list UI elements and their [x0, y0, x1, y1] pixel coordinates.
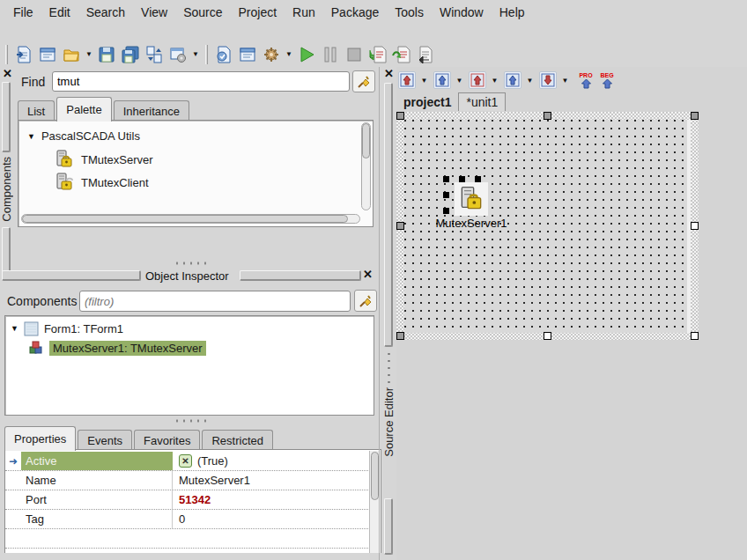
property-row-active[interactable]: ➜ Active ✕ (True) — [5, 452, 370, 471]
new-unit-icon[interactable] — [12, 43, 35, 66]
tree-row-form1[interactable]: ▼ Form1: TForm1 — [11, 320, 123, 337]
form-handle-bottom-mid[interactable] — [544, 332, 551, 340]
tab-properties[interactable]: Properties — [4, 426, 76, 451]
menu-search[interactable]: Search — [78, 2, 133, 23]
dock-splitter[interactable] — [172, 418, 211, 424]
property-row-name[interactable]: Name MutexServer1 — [5, 471, 370, 490]
source-editor-dock-close-icon[interactable]: ✕ — [384, 69, 394, 78]
components-dock-grip[interactable] — [2, 82, 11, 152]
property-name[interactable]: Port — [21, 490, 173, 509]
jump-procedure-header-icon[interactable] — [469, 71, 486, 89]
component-handle[interactable] — [443, 192, 449, 198]
palette-horizontal-scrollbar[interactable] — [21, 214, 360, 224]
menu-help[interactable]: Help — [492, 2, 533, 23]
form-handle-mid-left[interactable] — [396, 222, 404, 230]
component-handle[interactable] — [443, 208, 449, 214]
menu-view[interactable]: View — [133, 2, 175, 23]
save-icon[interactable] — [95, 43, 118, 66]
tab-palette[interactable]: Palette — [56, 97, 111, 122]
jump-down-icon[interactable] — [539, 71, 557, 89]
jump-procedure-begin-icon[interactable] — [504, 71, 521, 89]
project-label[interactable]: project1 — [398, 93, 456, 111]
run-dropdown-icon[interactable]: ▼ — [284, 43, 294, 66]
menu-project[interactable]: Project — [231, 2, 285, 23]
object-inspector-header[interactable]: Object Inspector ✕ — [0, 269, 379, 284]
property-value[interactable]: ✕ (True) — [174, 452, 370, 470]
step-over-icon[interactable] — [390, 43, 413, 66]
component-handle[interactable] — [475, 176, 481, 182]
new-form-icon[interactable] — [36, 43, 59, 66]
open-folder-icon[interactable] — [60, 43, 83, 66]
step-out-icon[interactable] — [414, 43, 437, 66]
jump-dropdown-icon[interactable]: ▼ — [558, 71, 572, 89]
checkbox-checked-icon[interactable]: ✕ — [179, 454, 192, 468]
palette-item-tmutexclient[interactable]: TMutexClient — [54, 172, 149, 193]
menu-edit[interactable]: Edit — [41, 2, 78, 23]
collapse-arrow-icon[interactable]: ▼ — [11, 324, 18, 333]
tab-unit1[interactable]: *unit1 — [458, 92, 506, 112]
jump-dropdown-icon[interactable]: ▼ — [418, 71, 431, 89]
palette-vertical-scrollbar[interactable] — [361, 122, 371, 210]
run-icon[interactable] — [295, 43, 318, 66]
property-row-tag[interactable]: Tag 0 — [5, 510, 370, 529]
components-dock-close-icon[interactable]: ✕ — [3, 69, 12, 78]
pause-icon[interactable] — [319, 43, 342, 66]
component-handle[interactable] — [459, 176, 465, 182]
menu-file[interactable]: File — [5, 2, 41, 23]
window-options-dropdown-icon[interactable]: ▼ — [190, 43, 201, 66]
source-editor-dock-grip[interactable] — [384, 498, 393, 555]
form-canvas[interactable]: MutexServer1 — [404, 120, 691, 333]
object-inspector-close-icon[interactable]: ✕ — [363, 269, 373, 279]
menu-package[interactable]: Package — [323, 2, 387, 23]
step-into-icon[interactable] — [366, 43, 389, 66]
mutexserver-component[interactable] — [455, 182, 488, 216]
jump-declaration-icon[interactable] — [398, 71, 416, 89]
clear-filter-button[interactable] — [354, 290, 377, 312]
components-filter-input[interactable] — [79, 291, 351, 312]
find-input[interactable] — [52, 71, 350, 92]
tab-inheritance[interactable]: Inheritance — [114, 100, 189, 122]
menu-window[interactable]: Window — [432, 2, 492, 23]
tab-restricted[interactable]: Restricted — [202, 430, 273, 451]
clear-filter-button[interactable] — [352, 70, 375, 92]
menu-run[interactable]: Run — [285, 2, 323, 23]
stop-icon[interactable] — [343, 43, 366, 66]
menu-tools[interactable]: Tools — [387, 2, 432, 23]
property-name[interactable]: Active — [21, 452, 173, 470]
property-name[interactable]: Tag — [21, 510, 173, 528]
property-value[interactable]: 51342 — [174, 490, 370, 509]
dock-splitter[interactable] — [172, 261, 211, 266]
window-options-icon[interactable] — [166, 43, 189, 66]
tab-favorites[interactable]: Favorites — [134, 430, 200, 451]
collapse-arrow-icon[interactable]: ▼ — [27, 132, 35, 141]
jump-dropdown-icon[interactable]: ▼ — [488, 71, 501, 89]
jump-procedure-button[interactable]: PRO — [576, 70, 595, 90]
tab-events[interactable]: Events — [78, 430, 132, 451]
palette-group-row[interactable]: ▼ PascalSCADA Utils — [27, 129, 140, 143]
jump-dropdown-icon[interactable]: ▼ — [453, 71, 466, 89]
view-forms-icon[interactable] — [236, 43, 259, 66]
menu-source[interactable]: Source — [175, 2, 230, 23]
open-dropdown-icon[interactable]: ▼ — [84, 43, 94, 66]
component-handle[interactable] — [443, 176, 449, 182]
property-row-port[interactable]: Port 51342 — [5, 490, 370, 510]
object-inspector-grip[interactable] — [2, 270, 141, 281]
object-inspector-grip[interactable] — [240, 270, 361, 281]
form-handle-top-left[interactable] — [396, 112, 404, 120]
jump-implementation-icon[interactable] — [433, 71, 451, 89]
jump-dropdown-icon[interactable]: ▼ — [523, 71, 536, 89]
form-handle-mid-right[interactable] — [691, 222, 699, 230]
view-units-icon[interactable] — [212, 43, 235, 66]
dock-splitter[interactable] — [387, 352, 391, 384]
jump-begin-button[interactable]: BEG — [597, 70, 617, 90]
run-parameters-gear-icon[interactable] — [260, 43, 283, 66]
save-all-icon[interactable] — [119, 43, 142, 66]
source-editor-dock-grip[interactable] — [384, 83, 393, 347]
property-value[interactable]: 0 — [174, 510, 370, 528]
form-handle-bottom-right[interactable] — [691, 332, 699, 340]
form-handle-bottom-left[interactable] — [396, 332, 404, 340]
toggle-form-unit-icon[interactable] — [143, 43, 166, 66]
form-handle-top-right[interactable] — [691, 112, 699, 120]
palette-item-tmutexserver[interactable]: TMutexServer — [54, 149, 153, 170]
tree-row-mutexserver1[interactable]: MutexServer1: TMutexServer — [28, 339, 206, 357]
